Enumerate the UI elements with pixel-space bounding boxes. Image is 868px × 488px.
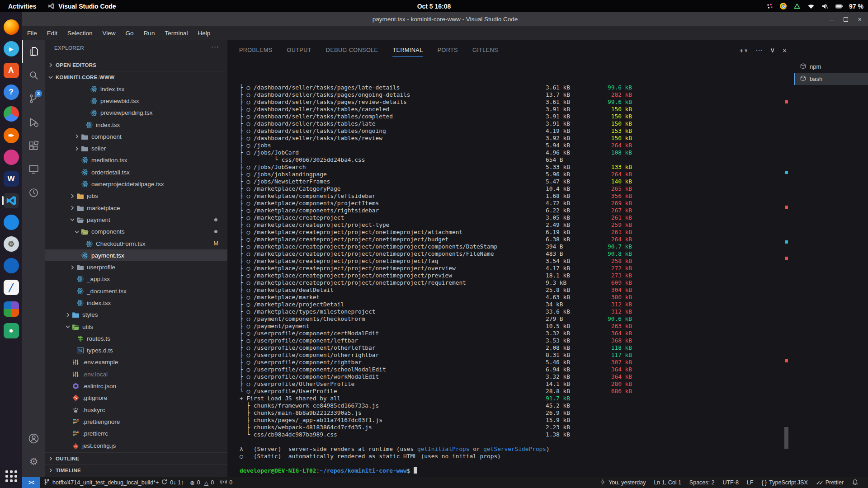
panel-tab-terminal[interactable]: TERMINAL [392, 43, 423, 57]
activity-search[interactable] [22, 63, 45, 87]
dock-item-app-orange-a[interactable]: A [2, 60, 20, 81]
menu-view[interactable]: View [98, 26, 121, 40]
menu-go[interactable]: Go [121, 26, 139, 40]
panel-action-collapse-panel[interactable]: ∨ [770, 46, 775, 54]
tree-file-.gitignore[interactable]: .gitignore [45, 392, 227, 404]
panel-action-views[interactable]: ⋯ [755, 46, 762, 54]
menu-run[interactable]: Run [139, 26, 160, 40]
terminal-instance-npm[interactable]: npm [794, 61, 868, 73]
ports-indicator[interactable]: 0 [217, 477, 236, 488]
status-notifications[interactable] [848, 479, 863, 487]
activity-gitlens[interactable] [22, 181, 45, 204]
menu-help[interactable]: Help [193, 26, 215, 40]
battery-icon[interactable] [835, 2, 843, 10]
dock-item-app-mosaic[interactable] [2, 298, 20, 320]
tree-file-.env.example[interactable]: .env.example [45, 357, 227, 368]
tree-file-orderdetail.tsx[interactable]: orderdetail.tsx [45, 166, 227, 178]
dock-item-app-pink[interactable] [2, 146, 20, 168]
project-root-section[interactable]: KOMINITI-CORE-WWW [45, 71, 227, 83]
timeline-section[interactable]: TIMELINE [45, 464, 227, 476]
tree-file-payment.tsx[interactable]: payment.tsx [45, 249, 227, 261]
dock-item-text-editor[interactable]: ╱ [2, 277, 20, 298]
app-indicator-dots-icon[interactable] [766, 2, 774, 10]
dock-item-vscode[interactable] [2, 190, 20, 211]
tree-file-mediation.tsx[interactable]: mediation.tsx [45, 155, 227, 166]
status-encoding[interactable]: UTF-8 [718, 479, 742, 486]
activity-extensions[interactable] [22, 134, 45, 157]
activity-settings[interactable]: ⚙ [22, 450, 45, 474]
dock-item-app-orange-pen[interactable]: ✒ [2, 125, 20, 146]
show-applications-button[interactable] [0, 467, 22, 485]
status-eol[interactable]: LF [743, 479, 758, 486]
tree-folder-components[interactable]: components [45, 226, 227, 238]
dock-item-helm-wheel[interactable]: ⚙ [2, 233, 20, 255]
tree-file--document.tsx[interactable]: _document.tsx [45, 285, 227, 297]
dock-item-chrome[interactable] [2, 103, 20, 125]
wifi-icon[interactable] [807, 2, 815, 10]
close-button[interactable]: × [858, 16, 862, 23]
tree-file-types.d.ts[interactable]: TStypes.d.ts [45, 345, 227, 357]
maximize-button[interactable] [844, 17, 848, 22]
window-title-bar[interactable]: payment.tsx - kominiti-core-www - Visual… [22, 12, 868, 26]
menu-file[interactable]: File [22, 26, 42, 40]
more-actions-icon[interactable]: ··· [211, 42, 219, 50]
tree-file-jest.config.js[interactable]: jest.config.js [45, 440, 227, 451]
status-formatter[interactable]: ✓✓Prettier [812, 479, 848, 486]
status-cursor-position[interactable]: Ln 1, Col 1 [650, 479, 685, 486]
tree-folder-utils[interactable]: utils [45, 321, 227, 333]
panel-tab-output[interactable]: OUTPUT [287, 43, 311, 57]
git-branch[interactable]: hotfix/4714_unit_test_debug_local_build*… [40, 477, 187, 488]
tree-file-CheckoutForm.tsx[interactable]: CheckoutForm.tsxM [45, 238, 227, 249]
tree-file-routes.ts[interactable]: routes.ts [45, 333, 227, 344]
open-editors-section[interactable]: OPEN EDITORS [45, 59, 227, 71]
dock-item-telegram[interactable]: ▸ [2, 38, 20, 60]
tree-file-.env.local[interactable]: .env.local [45, 368, 227, 380]
panel-tab-ports[interactable]: PORTS [438, 43, 458, 57]
tree-folder-component[interactable]: component [45, 131, 227, 142]
tree-file-index.tsx[interactable]: index.tsx [45, 297, 227, 309]
tree-file-index.tsx[interactable]: index.tsx [45, 83, 227, 95]
activity-account[interactable] [22, 427, 45, 450]
dock-item-app-wiki[interactable]: W [2, 168, 20, 190]
tree-file-previewbid.tsx[interactable]: previewbid.tsx [45, 95, 227, 107]
tree-file-.prettierignore[interactable]: .prettierignore [45, 416, 227, 427]
tree-folder-styles[interactable]: styles [45, 309, 227, 321]
status-indentation[interactable]: Spaces: 2 [685, 479, 719, 486]
terminal-instance-bash[interactable]: bash [794, 73, 868, 85]
tree-file-index.tsx[interactable]: index.tsx [45, 119, 227, 131]
dock-item-firefox[interactable] [2, 16, 20, 38]
clock[interactable]: Oct 5 16:08 [417, 3, 451, 10]
remote-indicator[interactable]: >< [22, 477, 40, 488]
tree-folder-seller[interactable]: seller [45, 142, 227, 154]
menu-selection[interactable]: Selection [62, 26, 98, 40]
focused-app-indicator[interactable]: Visual Studio Code [48, 3, 116, 10]
dock-item-help[interactable]: ? [2, 81, 20, 103]
minimize-button[interactable]: – [830, 16, 834, 23]
system-tray[interactable]: 97 % [766, 0, 863, 12]
panel-tab-problems[interactable]: PROBLEMS [239, 43, 272, 57]
tree-file-ownerprojectdetailpage.tsx[interactable]: ownerprojectdetailpage.tsx [45, 178, 227, 190]
panel-action-new-terminal[interactable]: +∨ [739, 47, 748, 54]
menu-edit[interactable]: Edit [42, 26, 62, 40]
tree-folder-payment[interactable]: payment [45, 214, 227, 225]
outline-section[interactable]: OUTLINE [45, 452, 227, 465]
status-language-mode[interactable]: { }TypeScript JSX [757, 479, 811, 486]
dock-item-app-blue-drop[interactable] [2, 211, 20, 233]
problems-indicator[interactable]: ⊗ 0 △ 0 [187, 477, 217, 488]
volume-muted-icon[interactable] [821, 2, 829, 10]
activity-source-control[interactable]: 3 [22, 87, 45, 110]
tree-folder-userprofile[interactable]: userprofile [45, 261, 227, 273]
activity-explorer[interactable] [22, 40, 45, 63]
tree-file-.huskyrc[interactable]: .huskyrc [45, 404, 227, 416]
dock-item-app-blue2[interactable] [2, 255, 20, 277]
recycle-tray-icon[interactable] [793, 2, 801, 10]
tree-file-previewpending.tsx[interactable]: previewpending.tsx [45, 107, 227, 119]
chrome-tray-icon[interactable] [780, 3, 787, 9]
menu-terminal[interactable]: Terminal [160, 26, 193, 40]
activity-remote-explorer[interactable] [22, 157, 45, 181]
terminal-scrollbar[interactable] [784, 427, 788, 449]
activity-run-debug[interactable] [22, 110, 45, 134]
dock-item-app-green[interactable]: ● [2, 320, 20, 342]
tree-file-.eslintrc.json[interactable]: .eslintrc.json [45, 380, 227, 392]
tree-file--app.tsx[interactable]: _app.tsx [45, 273, 227, 285]
